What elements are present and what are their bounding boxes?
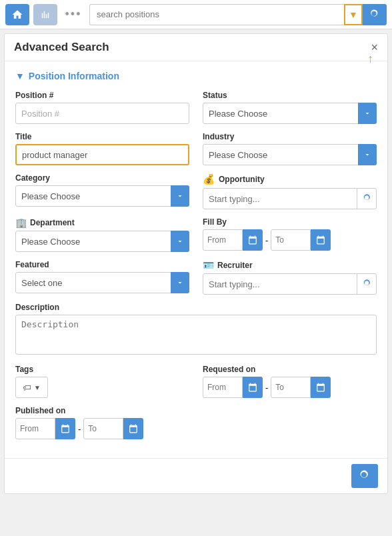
recruiter-group: 🪪 Recruiter bbox=[203, 260, 377, 295]
advanced-search-panel: Advanced Search × ▼ Position Information… bbox=[4, 33, 388, 494]
department-icon: 🏢 bbox=[15, 217, 27, 228]
department-label: 🏢 Department bbox=[15, 217, 189, 228]
featured-group: Featured Select one Yes No bbox=[15, 260, 189, 295]
category-label: Category bbox=[15, 173, 189, 183]
published-on-row: - bbox=[15, 418, 185, 439]
opportunity-group: 💰 Opportunity bbox=[203, 173, 377, 209]
industry-label: Industry bbox=[203, 132, 377, 141]
fill-by-from-wrap bbox=[203, 229, 263, 251]
published-from-cal-button[interactable] bbox=[55, 418, 75, 439]
fill-by-from-input[interactable] bbox=[203, 229, 243, 251]
position-group: Position # bbox=[15, 91, 189, 124]
section-title: Position Information bbox=[29, 71, 119, 81]
description-textarea[interactable] bbox=[15, 315, 377, 355]
fill-by-to-cal-button[interactable] bbox=[311, 229, 331, 251]
status-select[interactable]: Please Choose Active Inactive Pending bbox=[203, 103, 377, 124]
home-button[interactable] bbox=[5, 4, 29, 25]
featured-label: Featured bbox=[15, 260, 189, 269]
opportunity-input[interactable] bbox=[203, 188, 377, 209]
requested-from-input[interactable] bbox=[203, 377, 243, 398]
published-on-label: Published on bbox=[15, 406, 377, 415]
search-submit-button[interactable] bbox=[363, 4, 387, 25]
status-group: Status Please Choose Active Inactive Pen… bbox=[203, 91, 377, 124]
category-select[interactable]: Please Choose Engineering Marketing Sale… bbox=[15, 185, 189, 207]
panel-body: ▼ Position Information Position # Status… bbox=[5, 61, 387, 458]
requested-to-input[interactable] bbox=[271, 377, 311, 398]
panel-footer bbox=[5, 458, 387, 493]
tags-group: Tags 🏷 ▼ bbox=[15, 365, 189, 398]
requested-from-wrap bbox=[203, 377, 263, 398]
fill-by-to-input[interactable] bbox=[271, 229, 311, 251]
requested-on-row: - bbox=[203, 377, 377, 398]
fill-by-separator: - bbox=[265, 235, 268, 245]
search-bar: ▼ bbox=[89, 4, 387, 25]
featured-select[interactable]: Select one Yes No bbox=[15, 272, 189, 293]
fill-by-group: Fill By - bbox=[203, 217, 377, 252]
opportunity-search-wrap bbox=[203, 188, 377, 209]
published-from-input[interactable] bbox=[15, 418, 55, 439]
panel-title: Advanced Search bbox=[14, 41, 109, 54]
tags-dropdown-arrow: ▼ bbox=[34, 384, 41, 391]
published-to-cal-button[interactable] bbox=[123, 418, 143, 439]
tags-button[interactable]: 🏷 ▼ bbox=[15, 377, 48, 398]
featured-select-wrap: Select one Yes No bbox=[15, 272, 189, 293]
published-separator: - bbox=[78, 424, 81, 434]
title-input[interactable] bbox=[15, 144, 189, 165]
title-label: Title bbox=[15, 132, 189, 141]
recruiter-search-button[interactable] bbox=[357, 273, 377, 295]
category-group: Category Please Choose Engineering Marke… bbox=[15, 173, 189, 209]
status-select-wrap: Please Choose Active Inactive Pending bbox=[203, 103, 377, 124]
requested-to-wrap bbox=[271, 377, 331, 398]
fill-by-from-cal-button[interactable] bbox=[243, 229, 263, 251]
department-group: 🏢 Department Please Choose HR IT Operati… bbox=[15, 217, 189, 252]
top-nav: ••• ▼ bbox=[0, 0, 392, 29]
section-header: ▼ Position Information bbox=[15, 71, 377, 81]
fill-by-label: Fill By bbox=[203, 217, 377, 227]
requested-from-cal-button[interactable] bbox=[243, 377, 263, 398]
requested-separator: - bbox=[265, 383, 268, 393]
fill-by-to-wrap bbox=[271, 229, 331, 251]
description-group: Description bbox=[15, 303, 377, 357]
industry-select[interactable]: Please Choose Technology Finance Healthc… bbox=[203, 144, 377, 165]
title-group: Title bbox=[15, 132, 189, 165]
recruiter-search-wrap bbox=[203, 273, 377, 295]
more-button[interactable]: ••• bbox=[61, 4, 85, 25]
panel-header: Advanced Search × bbox=[5, 34, 387, 61]
department-select-wrap: Please Choose HR IT Operations bbox=[15, 231, 189, 252]
industry-select-wrap: Please Choose Technology Finance Healthc… bbox=[203, 144, 377, 165]
bottom-search-button[interactable] bbox=[351, 464, 378, 488]
search-input[interactable] bbox=[89, 4, 344, 25]
section-toggle-icon[interactable]: ▼ bbox=[15, 71, 25, 81]
recruiter-label: 🪪 Recruiter bbox=[203, 260, 377, 271]
published-to-input[interactable] bbox=[83, 418, 123, 439]
dropdown-arrow-icon: ▼ bbox=[349, 9, 358, 20]
opportunity-label: 💰 Opportunity bbox=[203, 173, 377, 185]
status-label: Status bbox=[203, 91, 377, 100]
published-from-wrap bbox=[15, 418, 75, 439]
opportunity-search-button[interactable] bbox=[357, 188, 377, 209]
recruiter-icon: 🪪 bbox=[203, 260, 214, 271]
position-input[interactable] bbox=[15, 103, 189, 124]
requested-on-group: Requested on - bbox=[203, 365, 377, 398]
opportunity-icon: 💰 bbox=[203, 173, 215, 185]
form-grid: Position # Status Please Choose Active I… bbox=[15, 91, 377, 447]
close-button[interactable]: × bbox=[371, 41, 378, 53]
published-to-wrap bbox=[83, 418, 143, 439]
requested-to-cal-button[interactable] bbox=[311, 377, 331, 398]
recruiter-input[interactable] bbox=[203, 273, 377, 295]
published-on-group: Published on - bbox=[15, 406, 377, 439]
tag-icon: 🏷 bbox=[23, 383, 31, 393]
position-label: Position # bbox=[15, 91, 189, 100]
search-dropdown-button[interactable]: ▼ bbox=[344, 4, 363, 25]
tags-label: Tags bbox=[15, 365, 189, 374]
description-label: Description bbox=[15, 303, 377, 312]
requested-on-label: Requested on bbox=[203, 365, 377, 374]
department-select[interactable]: Please Choose HR IT Operations bbox=[15, 231, 189, 252]
chart-button[interactable] bbox=[33, 4, 57, 25]
category-select-wrap: Please Choose Engineering Marketing Sale… bbox=[15, 185, 189, 207]
fill-by-row: - bbox=[203, 229, 377, 251]
industry-group: Industry Please Choose Technology Financ… bbox=[203, 132, 377, 165]
